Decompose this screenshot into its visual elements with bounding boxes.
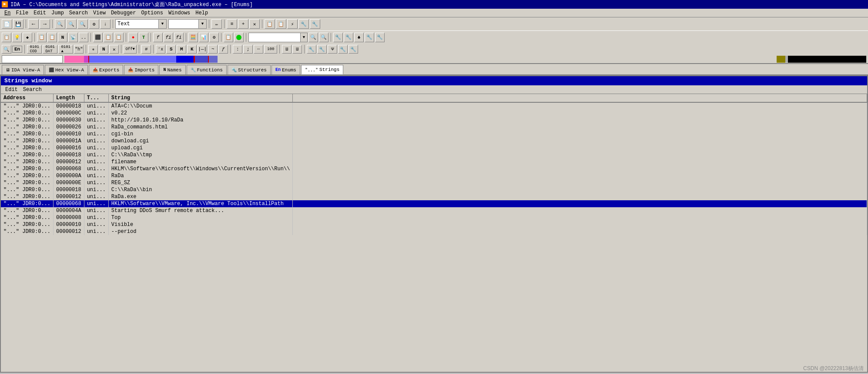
r2-misc3[interactable]: ♣ [354,33,364,42]
table-row[interactable]: "..." JDR0:0...00000012uni...--period [1,228,867,235]
r2-btn7[interactable]: 📡 [68,33,78,42]
menu-debugger[interactable]: Debugger [108,10,139,17]
forward-button[interactable]: → [40,19,50,29]
table-row[interactable]: "..." JDR0:0...0000001Auni...download.cg… [1,138,867,145]
M-button[interactable]: M [177,45,186,54]
r2-btn10[interactable]: 📋 [104,33,113,42]
second-dropdown[interactable]: ▼ [168,19,207,29]
search-go2[interactable]: 🔍 [319,33,328,42]
search3-button[interactable]: 🔍 [77,19,88,29]
text-dropdown-value[interactable]: Text [115,19,159,29]
italic-s-button[interactable]: ƒ [218,45,228,54]
table-row[interactable]: "..." JDR0:0...00000068uni...HKLM\\Softw… [1,200,867,207]
table-row[interactable]: "..." JDR0:0...0000000Euni...REG_SZ [1,179,867,186]
r2-misc4[interactable]: 🔧 [365,33,374,42]
tab-imports[interactable]: 📥 Imports [124,65,158,74]
wave1-button[interactable]: Ш [282,45,292,54]
search-go1[interactable]: 🔍 [308,33,318,42]
tab-functions[interactable]: 🔧 Functions [187,65,227,74]
prog-dropdown[interactable] [2,55,63,63]
menu-view[interactable]: View [90,10,108,17]
strings-menu-edit[interactable]: Edit [3,86,20,93]
table-row[interactable]: "..." JDR0:0...00000030uni...http://10.1… [1,117,867,124]
new-button[interactable]: 📄 [2,19,12,29]
table-row[interactable]: "..." JDR0:0...0000000Cuni...v0.22 [1,110,867,117]
face3-button[interactable]: 🔧 [338,45,348,54]
tilde-button[interactable]: ~ [208,45,218,54]
hex-h-button[interactable]: "h" [74,45,84,54]
tool2-button[interactable]: 📋 [276,19,286,29]
r2-misc1[interactable]: 🔧 [333,33,343,42]
highlight-button[interactable]: ✏ [211,19,222,29]
table-row[interactable]: "..." JDR0:0...0000000Auni...RaDa [1,172,867,179]
table-row[interactable]: "..." JDR0:0...00000068uni...HKLM\\Softw… [1,165,867,172]
r2-btn6[interactable]: N [58,33,67,42]
tab-strings[interactable]: "..." Strings [301,65,343,74]
r2-misc2[interactable]: 🔧 [344,33,353,42]
100-button[interactable]: 100 [264,45,277,54]
search-input[interactable] [248,33,301,42]
tool3-button[interactable]: ⚡ [287,19,298,29]
hex1-button[interactable]: ≡ [227,19,237,29]
tab-structures[interactable]: 🔩 Structures [228,65,271,74]
r2-btn11[interactable]: 📋 [114,33,124,42]
K-button[interactable]: K [187,45,197,54]
menu-en[interactable]: En [2,10,13,17]
tool4-button[interactable]: 🔧 [298,19,309,29]
tab-ida-view[interactable]: 🖥 IDA View-A [2,65,44,74]
table-row[interactable]: "..." JDR0:0...00000018uni...ATA=C:\\Doc… [1,102,867,110]
asterisk-button[interactable]: ∗ [88,45,98,54]
table-row[interactable]: "..." JDR0:0...00000012uni...filename [1,158,867,165]
r2-btn5[interactable]: 📋 [47,33,57,42]
menu-search[interactable]: Search [67,10,90,17]
r2-btn2[interactable]: 💡 [12,33,22,42]
hex2-button[interactable]: + [238,19,248,29]
r2-btn3[interactable]: ◆ [23,33,32,42]
colon1-button[interactable]: : [233,45,242,54]
N-button[interactable]: N [99,45,108,54]
copy1-button[interactable]: 📋 [224,33,233,42]
face4-button[interactable]: 🔧 [349,45,358,54]
menu-file[interactable]: File [13,10,31,17]
hex3-button[interactable]: ✕ [249,19,260,29]
menu-jump[interactable]: Jump [49,10,67,17]
graph1-button[interactable]: 📊 [199,33,208,42]
bin1-button[interactable]: 0101COD [27,45,42,54]
table-row[interactable]: "..." JDR0:0...00000018uni...C:\\RaDa\\t… [1,152,867,158]
r2-misc5[interactable]: 🔧 [375,33,385,42]
colon2-button[interactable]: ; [243,45,253,54]
tab-names[interactable]: N Names [159,65,185,74]
graph2-button[interactable]: ⚙ [209,33,219,42]
table-row[interactable]: "..." JDR0:0...00000010uni...Visible [1,221,867,228]
tab-enums[interactable]: En Enums [271,65,300,74]
off-button[interactable]: Off▼ [124,45,137,54]
r2-t-btn[interactable]: T [139,33,148,42]
r2-btn4[interactable]: 📋 [37,33,47,42]
r2-btn9[interactable]: ⬛ [93,33,103,42]
r2-red-btn[interactable]: ● [128,33,138,42]
hash-button[interactable]: # [141,45,151,54]
indent-button[interactable]: ↔ [254,45,263,54]
arrow-down-button[interactable]: ↓ [100,19,111,29]
search-combo[interactable]: ▼ [248,33,308,42]
func1-button[interactable]: f [153,33,163,42]
debug-icon[interactable]: 🔍 [2,45,11,54]
search-combo-arrow[interactable]: ▼ [301,33,308,42]
search1-button[interactable]: 🔍 [55,19,65,29]
S-button[interactable]: S [166,45,176,54]
tab-hex-view[interactable]: ⬛ Hex View-A [45,65,88,74]
wave2-button[interactable]: Ш [292,45,302,54]
bin3-button[interactable]: 0101▲ [58,45,73,54]
second-dropdown-value[interactable] [168,19,199,29]
tool1-button[interactable]: 📋 [265,19,275,29]
table-row[interactable]: "..." JDR0:0...00000026uni...RaDa_comman… [1,124,867,131]
table-row[interactable]: "..." JDR0:0...00000008uni...Top [1,214,867,221]
save-button[interactable]: 💾 [13,19,23,29]
r2-btn1[interactable]: 📋 [2,33,11,42]
func2-button[interactable]: fi [164,33,173,42]
face2-button[interactable]: 🔧 [317,45,327,54]
text-dropdown-arrow[interactable]: ▼ [159,19,167,29]
menu-edit[interactable]: Edit [31,10,49,17]
rx-button[interactable]: ʳx [156,45,165,54]
dash-button[interactable]: |—| [198,45,207,54]
